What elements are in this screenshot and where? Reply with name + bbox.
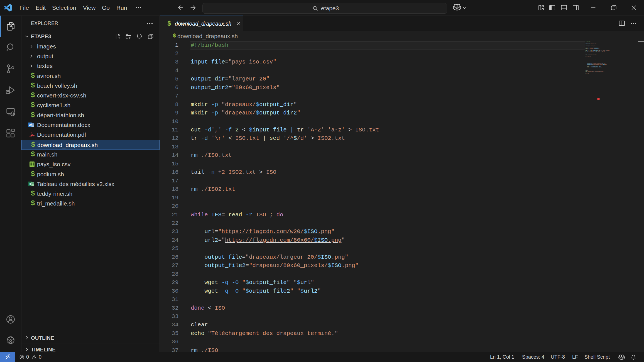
svg-text:W: W (29, 123, 32, 127)
svg-text:X: X (29, 182, 31, 186)
